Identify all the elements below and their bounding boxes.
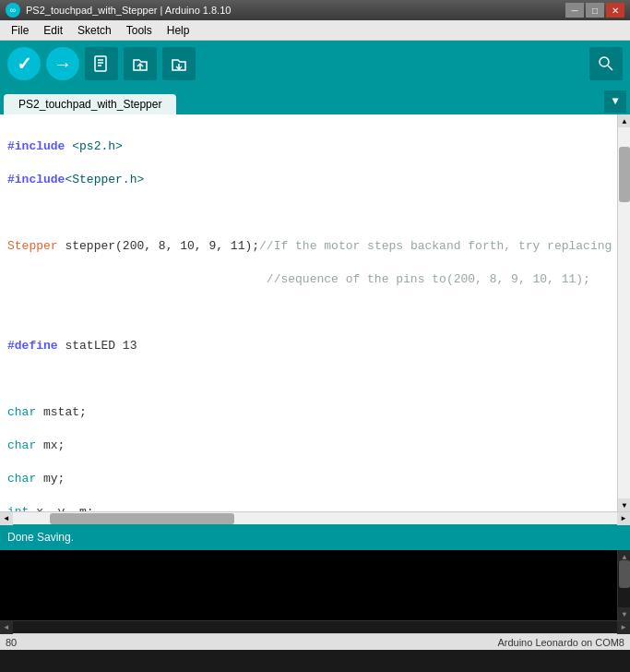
- minimize-button[interactable]: ─: [565, 3, 584, 18]
- search-button[interactable]: [589, 47, 623, 80]
- window-controls: ─ □ ✕: [565, 3, 624, 18]
- upload-button[interactable]: →: [46, 47, 79, 80]
- tab-ps2-touchpad[interactable]: PS2_touchpad_with_Stepper: [4, 94, 176, 114]
- menu-help[interactable]: Help: [160, 22, 197, 39]
- menu-sketch[interactable]: Sketch: [70, 22, 119, 39]
- ident-stepper: stepper(200, 8, 10, 9, 11);: [65, 239, 259, 253]
- code-line-2: #include<Stepper.h>: [7, 172, 610, 188]
- status-message: Done Saving.: [7, 531, 74, 544]
- type-char2: char: [7, 438, 36, 452]
- code-line-4: Stepper stepper(200, 8, 10, 9, 11);//If …: [7, 238, 610, 255]
- console-area: ▲ ▼: [0, 550, 630, 620]
- menu-bar: File Edit Sketch Tools Help: [0, 20, 630, 41]
- window-title: PS2_touchpad_with_Stepper | Arduino 1.8.…: [26, 5, 231, 16]
- code-editor[interactable]: #include <ps2.h> #include<Stepper.h> Ste…: [0, 114, 617, 511]
- keyword-include: #include: [7, 139, 65, 153]
- code-line-9: char mstat;: [7, 404, 610, 421]
- scroll-down-arrow[interactable]: ▼: [618, 498, 630, 511]
- line-number: 80: [6, 637, 17, 648]
- open-icon: [131, 54, 149, 73]
- svg-line-7: [608, 66, 612, 70]
- code-line-12: int x, y, m;: [7, 504, 610, 511]
- comment-1: //If the motor steps backand forth, try …: [259, 239, 617, 253]
- code-line-3: [7, 205, 610, 222]
- save-icon: [170, 54, 188, 73]
- keyword-include2: #include: [7, 173, 65, 186]
- type-char3: char: [7, 472, 36, 486]
- comment-2: //sequence of the pins to(200, 8, 9, 10,…: [7, 272, 590, 286]
- type-int1: int: [7, 505, 29, 511]
- console-scroll-thumb[interactable]: [619, 560, 630, 588]
- class-stepper: Stepper: [7, 239, 58, 253]
- scroll-h-thumb[interactable]: [50, 513, 234, 524]
- code-line-10: char mx;: [7, 438, 610, 454]
- include-ps2: <ps2.h>: [72, 139, 123, 153]
- save-button[interactable]: [162, 47, 196, 80]
- scroll-h-track: [13, 512, 617, 525]
- console-scrollbar-horizontal[interactable]: ◄ ►: [0, 620, 630, 633]
- status-bar-bottom: 80 Arduino Leonardo on COM8: [0, 633, 630, 650]
- svg-rect-0: [95, 56, 106, 71]
- console-scrollbar-vertical[interactable]: ▲ ▼: [617, 550, 630, 620]
- scroll-thumb[interactable]: [619, 147, 630, 202]
- scroll-right-arrow[interactable]: ►: [617, 512, 630, 525]
- tab-label: PS2_touchpad_with_Stepper: [18, 98, 161, 111]
- menu-file[interactable]: File: [4, 22, 36, 39]
- search-icon: [598, 55, 614, 72]
- code-line-5: //sequence of the pins to(200, 8, 9, 10,…: [7, 271, 610, 288]
- tabs-bar: PS2_touchpad_with_Stepper ▼: [0, 87, 630, 114]
- board-port: Arduino Leonardo on COM8: [497, 637, 624, 648]
- console-scroll-left[interactable]: ◄: [0, 621, 13, 634]
- console-scroll-down[interactable]: ▼: [618, 607, 630, 620]
- include-stepper: <Stepper.h>: [65, 173, 144, 186]
- code-line-6: [7, 305, 610, 321]
- scroll-up-arrow[interactable]: ▲: [618, 114, 630, 127]
- scroll-left-arrow[interactable]: ◄: [0, 512, 13, 525]
- new-button[interactable]: [85, 47, 118, 80]
- toolbar: ✓ →: [0, 41, 630, 87]
- menu-edit[interactable]: Edit: [36, 22, 70, 39]
- console-scroll-h-track: [13, 621, 617, 634]
- maximize-button[interactable]: □: [586, 3, 604, 18]
- code-line-8: [7, 371, 610, 388]
- open-button[interactable]: [124, 47, 157, 80]
- status-message-bar: Done Saving.: [0, 524, 630, 550]
- svg-point-6: [600, 57, 609, 66]
- menu-tools[interactable]: Tools: [119, 22, 160, 39]
- type-char1: char: [7, 405, 36, 419]
- code-line-7: #define statLED 13: [7, 338, 610, 354]
- editor-container: #include <ps2.h> #include<Stepper.h> Ste…: [0, 114, 630, 511]
- editor-scrollbar-vertical[interactable]: ▲ ▼: [617, 114, 630, 511]
- code-line-11: char my;: [7, 471, 610, 487]
- title-bar: ∞ PS2_touchpad_with_Stepper | Arduino 1.…: [0, 0, 630, 20]
- define-statled: statLED 13: [65, 339, 137, 353]
- code-line-1: #include <ps2.h>: [7, 138, 610, 155]
- close-button[interactable]: ✕: [606, 3, 624, 18]
- editor-scrollbar-horizontal[interactable]: ◄ ►: [0, 511, 630, 524]
- keyword-define: #define: [7, 339, 58, 353]
- console-scroll-right[interactable]: ►: [617, 621, 630, 634]
- new-icon: [92, 54, 111, 73]
- tabs-dropdown-button[interactable]: ▼: [604, 90, 626, 113]
- verify-button[interactable]: ✓: [7, 47, 41, 80]
- app-icon: ∞: [6, 3, 20, 18]
